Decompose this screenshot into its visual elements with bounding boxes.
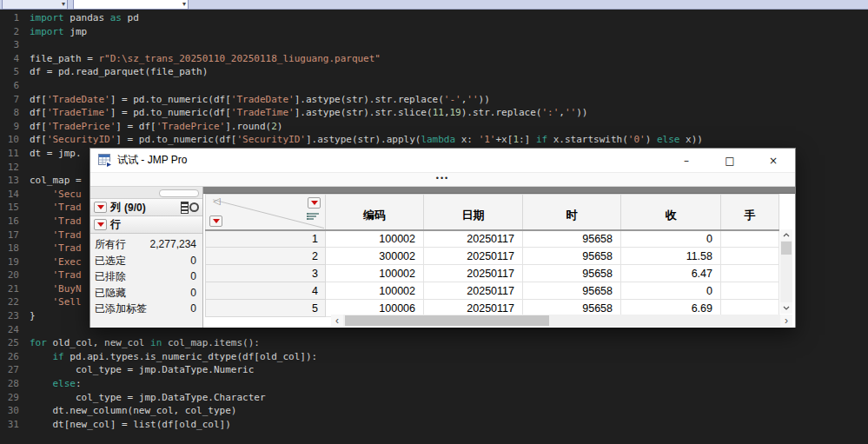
scroll-up-button[interactable]: [780, 229, 792, 241]
row-list-icon[interactable]: [307, 213, 318, 221]
data-cell[interactable]: 95658: [523, 230, 621, 248]
code-token: pd: [122, 12, 139, 23]
row-number-cell[interactable]: 3: [206, 265, 326, 282]
data-cell[interactable]: 300002: [326, 248, 424, 265]
column-header[interactable]: 时: [523, 195, 621, 230]
code-token: ,: [444, 107, 450, 118]
data-cell[interactable]: 100002: [326, 230, 424, 248]
rows-stats-list: 所有行2,277,234已选定0已排除0已隐藏0已添加标签0: [90, 234, 202, 317]
data-cell[interactable]: 95658: [523, 265, 621, 282]
data-cell[interactable]: 20250117: [424, 230, 523, 248]
scroll-down-button[interactable]: [780, 302, 792, 314]
line-number: 24: [0, 323, 19, 337]
data-cell[interactable]: 11.58: [621, 248, 721, 265]
data-cell[interactable]: 95658: [523, 248, 621, 265]
data-cell[interactable]: [721, 265, 779, 282]
code-token: '': [565, 107, 576, 118]
code-token: :]: [519, 134, 536, 145]
maximize-button[interactable]: □: [708, 149, 752, 172]
scroll-left-button[interactable]: ‹: [331, 315, 343, 327]
code-token: ] = pd.to_numeric(df[: [110, 107, 231, 118]
row-stat-label: 已排除: [95, 269, 126, 284]
line-number: 18: [0, 242, 19, 255]
code-token: file_path =: [30, 53, 98, 64]
code-token: 'Sell: [53, 296, 82, 308]
code-token: 'SecurityID': [236, 134, 305, 145]
code-token: x:: [455, 134, 479, 145]
data-cell[interactable]: [721, 282, 779, 300]
row-number-cell[interactable]: 1: [206, 230, 326, 248]
code-token: ':': [541, 107, 559, 118]
column-header[interactable]: 手: [721, 195, 779, 230]
vertical-scrollbar[interactable]: [780, 229, 792, 314]
code-line: 30 dt.new_column(new_col, col_type): [0, 404, 868, 418]
code-token: jmp: [64, 26, 88, 37]
code-token: else: [657, 134, 680, 145]
data-cell[interactable]: 6.47: [621, 265, 721, 282]
chevron-down-icon: ▾: [182, 0, 186, 9]
red-triangle-menu-icon[interactable]: [94, 219, 107, 230]
data-cell[interactable]: 20250117: [424, 282, 523, 300]
rows-panel-header[interactable]: 行: [90, 216, 202, 234]
row-number-cell[interactable]: 2: [206, 248, 326, 265]
data-cell[interactable]: 100002: [326, 265, 424, 282]
scroll-right-button[interactable]: ›: [780, 315, 792, 327]
data-cell[interactable]: [721, 248, 779, 265]
code-token: '-': [444, 94, 461, 105]
code-token: ,: [559, 107, 565, 118]
red-triangle-menu-icon[interactable]: [209, 215, 222, 227]
collapse-left-icon[interactable]: ◁: [213, 195, 220, 207]
horizontal-scrollbar-thumb[interactable]: [345, 315, 549, 326]
minimize-button[interactable]: –: [665, 149, 708, 172]
vertical-scrollbar-thumb[interactable]: [781, 242, 792, 255]
toolbar-dropdown-1[interactable]: ▾: [2, 0, 68, 10]
grid-corner-cell[interactable]: ◁: [206, 195, 326, 230]
column-header[interactable]: 收: [621, 195, 721, 230]
code-token: ].round(: [225, 121, 271, 132]
code-token: ): [277, 121, 283, 132]
row-stat: 已选定0: [90, 253, 202, 269]
screen: ▾ ▾ 1import pandas as pd2import jmp34fil…: [0, 0, 868, 444]
data-cell[interactable]: [721, 230, 779, 248]
code-line: 31 dt[new_col] = list(df[old_col]): [0, 418, 868, 432]
code-token: 'TradeTime': [47, 107, 110, 118]
columns-panel-header[interactable]: 列 (9/0): [90, 199, 202, 216]
code-token: if: [53, 351, 64, 362]
line-number: 26: [0, 350, 19, 364]
code-line: 9df['TradePrice'] = df['TradePrice'].rou…: [0, 120, 868, 134]
columns-selector-icon[interactable]: [181, 202, 199, 214]
red-triangle-menu-icon[interactable]: [94, 202, 107, 213]
column-header[interactable]: 编码: [326, 195, 424, 230]
code-token: [30, 351, 53, 362]
row-stat: 已添加标签0: [90, 301, 202, 317]
jmp-toolbar-collapsed[interactable]: •••: [90, 172, 795, 187]
column-header[interactable]: 日期: [424, 195, 523, 230]
data-cell[interactable]: 100002: [326, 282, 424, 300]
code-token: 'Trad: [53, 229, 82, 241]
red-triangle-menu-icon[interactable]: [308, 197, 321, 209]
data-cell[interactable]: 95658: [523, 282, 621, 300]
window-controls: – □ ×: [665, 149, 795, 172]
data-cell[interactable]: 20250117: [424, 248, 523, 265]
row-number-cell[interactable]: 5: [206, 300, 326, 317]
data-cell[interactable]: 0: [621, 230, 721, 248]
columns-panel-label: 列: [110, 200, 121, 215]
jmp-body: 列 (9/0) 行 所有行2,277,234已选定0已排除0已隐藏0已添加标签0: [90, 187, 795, 328]
code-token: +x[: [496, 134, 514, 145]
row-number-cell[interactable]: 4: [206, 282, 326, 300]
horizontal-scrollbar[interactable]: ‹ ›: [331, 315, 792, 327]
code-token: 'TradeTime': [231, 107, 295, 118]
panel-scrollbar-thumb[interactable]: [159, 189, 199, 197]
line-number: 21: [0, 282, 19, 296]
data-cell[interactable]: 20250117: [424, 265, 523, 282]
code-line: 26 if pd.api.types.is_numeric_dtype(df[o…: [0, 350, 868, 364]
code-line: 8df['TradeTime'] = pd.to_numeric(df['Tra…: [0, 106, 868, 120]
table-row: 110000220250117956580: [206, 230, 779, 248]
jmp-titlebar[interactable]: 试试 - JMP Pro – □ ×: [90, 149, 795, 172]
data-cell[interactable]: 0: [621, 282, 721, 300]
toolbar-dropdown-2[interactable]: ▾: [73, 0, 189, 10]
close-button[interactable]: ×: [752, 149, 795, 172]
code-token: col_map =: [30, 175, 82, 186]
code-token: pd.api.types.is_numeric_dtype(df[old_col…: [64, 351, 317, 362]
line-number: 8: [0, 106, 19, 120]
